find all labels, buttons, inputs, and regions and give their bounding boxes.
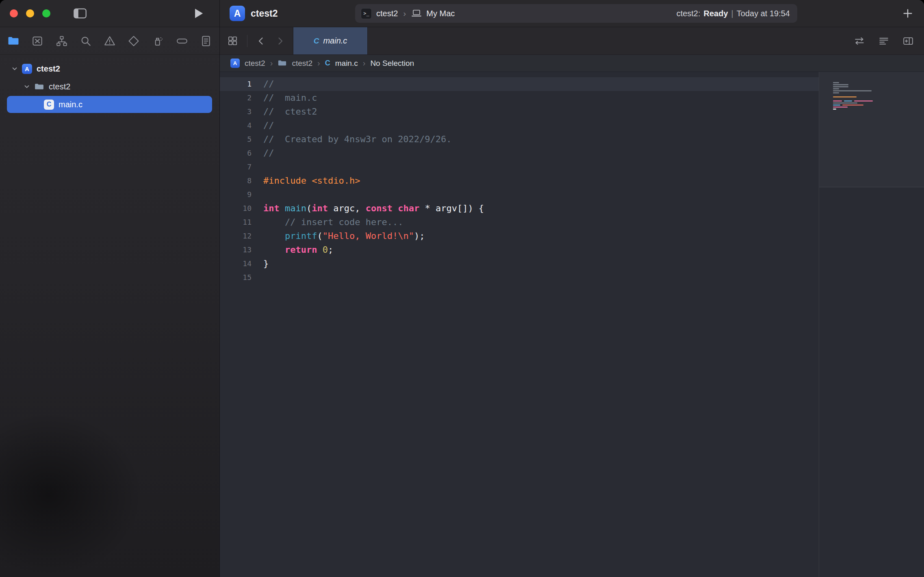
code-line[interactable]: 14} — [220, 257, 819, 271]
line-number: 8 — [220, 174, 252, 188]
status-text: ctest2: Ready | Today at 19:54 — [677, 9, 797, 18]
code-text[interactable]: // main.c — [252, 91, 317, 105]
scheme-name[interactable]: ctest2 — [376, 9, 398, 18]
line-number: 14 — [220, 257, 252, 271]
code-line[interactable]: 10int main(int argc, const char * argv[]… — [220, 202, 819, 215]
tab-main-c[interactable]: C main.c — [293, 27, 368, 54]
run-icon[interactable] — [193, 8, 204, 19]
code-text[interactable]: // — [252, 119, 274, 132]
tree-label[interactable]: ctest2 — [49, 82, 70, 91]
chevron-right-icon: › — [402, 9, 407, 18]
code-line[interactable]: 7 — [220, 160, 819, 174]
navigator-symbols-icon[interactable] — [55, 34, 69, 48]
breadcrumb-group[interactable]: ctest2 — [292, 59, 312, 68]
minimap[interactable] — [819, 72, 924, 577]
code-line[interactable]: 5// Created by 4nsw3r on 2022/9/26. — [220, 132, 819, 146]
back-chevron-icon[interactable] — [256, 35, 266, 47]
line-number: 5 — [220, 132, 252, 146]
code-line[interactable]: 12 printf("Hello, World!\n"); — [220, 229, 819, 243]
tree-label[interactable]: ctest2 — [37, 64, 60, 74]
code-text[interactable] — [252, 188, 263, 202]
code-text[interactable]: printf("Hello, World!\n"); — [252, 229, 425, 243]
code-text[interactable] — [252, 160, 263, 174]
chevron-right-icon: › — [270, 59, 273, 68]
close-button[interactable] — [10, 9, 18, 17]
scheme-destination[interactable]: My Mac — [426, 9, 455, 18]
line-number: 7 — [220, 160, 252, 174]
code-text[interactable]: // ctest2 — [252, 105, 317, 119]
xcode-project-icon: A — [230, 6, 245, 21]
code-text[interactable]: // — [252, 77, 274, 91]
line-number: 9 — [220, 188, 252, 202]
code-line[interactable]: 11 // insert code here... — [220, 215, 819, 229]
tree-row-project[interactable]: A ctest2 — [0, 60, 219, 78]
c-file-icon: C — [44, 100, 54, 110]
code-line[interactable]: 13 return 0; — [220, 243, 819, 257]
minimize-button[interactable] — [26, 9, 34, 17]
sidebar-toggle-icon[interactable] — [73, 8, 87, 19]
minimap-lines — [833, 82, 873, 112]
code-line[interactable]: 1// — [220, 77, 819, 91]
navigator-find-icon[interactable] — [79, 34, 93, 48]
code-line[interactable]: 4// — [220, 119, 819, 132]
code-lines[interactable]: 1//2// main.c3// ctest24//5// Created by… — [220, 72, 819, 577]
activity-view[interactable]: >_ ctest2 › My Mac ctest2: Ready | — [355, 4, 797, 23]
add-editor-icon[interactable] — [902, 36, 914, 46]
code-text[interactable]: int main(int argc, const char * argv[]) … — [252, 202, 484, 215]
editor-options — [853, 27, 924, 54]
code-line[interactable]: 2// main.c — [220, 91, 819, 105]
tree-label[interactable]: main.c — [59, 100, 82, 109]
tree-row-file-selected[interactable]: C main.c — [0, 95, 219, 113]
navigator-breakpoints-icon[interactable] — [175, 34, 189, 48]
code-text[interactable]: #include <stdio.h> — [252, 174, 360, 188]
breadcrumb: A ctest2 › ctest2 › C main.c › No Select… — [220, 55, 924, 72]
navigator-tests-icon[interactable] — [127, 34, 141, 48]
forward-chevron-icon[interactable] — [275, 35, 285, 47]
related-items-grid-icon[interactable] — [227, 35, 238, 46]
library-plus-icon[interactable] — [902, 8, 913, 19]
code-text[interactable]: // insert code here... — [252, 215, 403, 229]
code-line[interactable]: 6// — [220, 146, 819, 160]
tab-bar-controls — [220, 27, 293, 54]
line-number: 3 — [220, 105, 252, 119]
code-text[interactable]: } — [252, 257, 269, 271]
breadcrumb-project[interactable]: ctest2 — [245, 59, 265, 68]
chevron-right-icon: › — [317, 59, 320, 68]
toolbar-sidebar-section — [0, 0, 220, 27]
divider — [247, 35, 247, 47]
code-line[interactable]: 3// ctest2 — [220, 105, 819, 119]
code-line[interactable]: 9 — [220, 188, 819, 202]
disclosure-chevron-icon[interactable] — [23, 82, 31, 91]
code-review-icon[interactable] — [853, 36, 865, 46]
navigator-source-control-icon[interactable] — [30, 34, 44, 48]
navigator-reports-icon[interactable] — [199, 34, 213, 48]
disclosure-chevron-icon[interactable] — [11, 65, 19, 73]
navigator-debug-icon[interactable] — [151, 34, 165, 48]
code-line[interactable]: 15 — [220, 271, 819, 284]
xcode-project-icon: A — [22, 64, 32, 74]
tab-bar: C main.c — [220, 27, 924, 55]
code-text[interactable] — [252, 271, 263, 284]
terminal-icon: >_ — [361, 8, 372, 19]
code-text[interactable]: // — [252, 146, 274, 160]
status-separator: | — [731, 9, 733, 18]
tree-row-group[interactable]: ctest2 — [0, 78, 219, 95]
zoom-button[interactable] — [42, 9, 50, 17]
status-project: ctest2: — [677, 9, 701, 18]
code-text[interactable]: // Created by 4nsw3r on 2022/9/26. — [252, 132, 452, 146]
scheme-selector[interactable]: >_ ctest2 › My Mac — [355, 8, 455, 19]
laptop-icon — [411, 9, 422, 18]
window-content: A ctest2 ctest2 — [0, 27, 924, 577]
xcode-window: A ctest2 >_ ctest2 › My Mac — [0, 0, 924, 577]
source-editor: 1//2// main.c3// ctest24//5// Created by… — [220, 72, 924, 577]
code-text[interactable]: return 0; — [252, 243, 333, 257]
line-number: 15 — [220, 271, 252, 284]
breadcrumb-selection[interactable]: No Selection — [370, 59, 414, 68]
editor-options-icon[interactable] — [878, 36, 890, 46]
line-number: 10 — [220, 202, 252, 215]
navigator-issues-icon[interactable] — [103, 34, 117, 48]
navigator-project-icon[interactable] — [7, 34, 20, 48]
selection-highlight — [7, 96, 212, 113]
breadcrumb-file[interactable]: main.c — [335, 59, 358, 68]
code-line[interactable]: 8#include <stdio.h> — [220, 174, 819, 188]
